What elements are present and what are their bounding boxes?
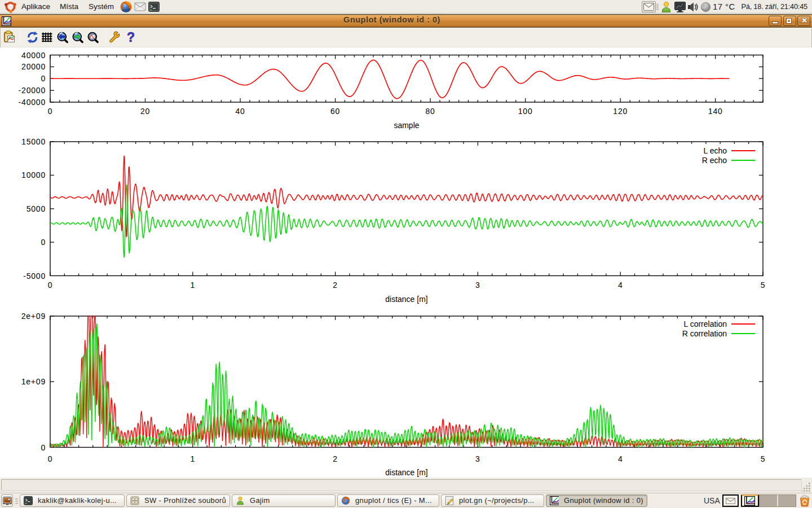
svg-text:40: 40: [235, 107, 245, 116]
svg-text:L echo: L echo: [703, 146, 727, 155]
svg-text:5: 5: [761, 454, 766, 463]
svg-text:0: 0: [41, 443, 46, 452]
svg-text:5000: 5000: [27, 204, 46, 213]
svg-text:5: 5: [761, 281, 766, 290]
svg-text:15000: 15000: [21, 137, 46, 146]
svg-text:3: 3: [475, 454, 480, 463]
svg-text:0: 0: [48, 107, 53, 116]
svg-text:4: 4: [618, 281, 623, 290]
svg-text:-5000: -5000: [23, 271, 46, 281]
svg-text:-40000: -40000: [19, 98, 46, 107]
svg-text:40000: 40000: [21, 51, 46, 60]
svg-text:2: 2: [333, 281, 338, 290]
svg-text:3: 3: [475, 281, 480, 290]
svg-text:0: 0: [41, 238, 46, 247]
svg-text:10000: 10000: [21, 170, 46, 179]
svg-text:4: 4: [618, 454, 623, 463]
svg-text:L correlation: L correlation: [683, 319, 727, 329]
svg-text:-20000: -20000: [19, 86, 46, 95]
svg-text:2e+09: 2e+09: [21, 312, 46, 321]
svg-text:0: 0: [48, 454, 53, 463]
svg-text:60: 60: [330, 107, 340, 116]
svg-text:?: ?: [127, 30, 135, 44]
svg-text:sample: sample: [394, 121, 419, 130]
svg-text:100: 100: [518, 107, 533, 116]
svg-text:20: 20: [140, 107, 150, 116]
svg-text:140: 140: [708, 107, 723, 116]
svg-text:20000: 20000: [21, 62, 46, 71]
svg-text:1e+09: 1e+09: [21, 377, 46, 386]
svg-text:120: 120: [613, 107, 628, 116]
svg-text:0: 0: [48, 281, 53, 290]
svg-text:distance [m]: distance [m]: [385, 295, 427, 304]
svg-text:1: 1: [191, 454, 196, 463]
svg-text:R echo: R echo: [702, 156, 727, 165]
svg-text:80: 80: [426, 107, 435, 116]
svg-text:R correlation: R correlation: [682, 329, 727, 338]
svg-text:1: 1: [191, 281, 196, 290]
svg-text:distance [m]: distance [m]: [385, 468, 427, 477]
svg-text:0: 0: [41, 74, 46, 83]
svg-text:2: 2: [333, 454, 338, 463]
